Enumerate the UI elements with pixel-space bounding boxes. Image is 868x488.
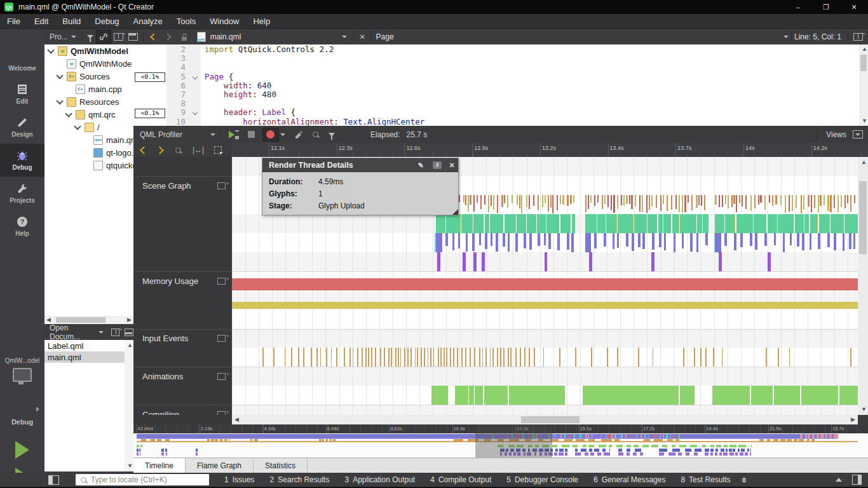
kit-expand-icon[interactable] — [36, 407, 39, 412]
scenegraph-swap-event[interactable] — [548, 233, 551, 249]
input-events-event[interactable] — [474, 348, 475, 367]
animations-event[interactable] — [469, 386, 474, 405]
tooltip-resize-handle[interactable] — [452, 209, 458, 215]
category-memory-usage[interactable]: Memory Usage — [142, 276, 198, 286]
scenegraph-render-preprocess-event[interactable] — [623, 195, 625, 206]
scenegraph-texture-event[interactable] — [768, 252, 771, 271]
locator-input[interactable]: Type to locate (Ctrl+K) — [76, 474, 209, 485]
scenegraph-swap-event[interactable] — [508, 233, 510, 252]
scenegraph-render-preprocess-event[interactable] — [691, 195, 693, 210]
scenegraph-render-preprocess-event[interactable] — [688, 195, 689, 203]
input-events-event[interactable] — [515, 348, 517, 367]
scenegraph-swap-event[interactable] — [642, 233, 645, 249]
expand-category-icon[interactable] — [217, 182, 226, 189]
scenegraph-render-event[interactable] — [648, 214, 657, 233]
editor-fold-gutter[interactable] — [191, 44, 201, 126]
scenegraph-render-event[interactable] — [560, 214, 571, 233]
input-events-event[interactable] — [368, 348, 369, 367]
kit-selector[interactable]: QmlW...odel — [0, 357, 44, 383]
input-events-event[interactable] — [285, 348, 286, 367]
input-events-event[interactable] — [653, 348, 654, 367]
scenegraph-render-preprocess-event[interactable] — [775, 195, 776, 205]
animations-event[interactable] — [431, 386, 448, 405]
scenegraph-render-preprocess-event[interactable] — [602, 195, 603, 209]
split-icon[interactable]: + — [111, 329, 120, 336]
scenegraph-render-preprocess-event[interactable] — [850, 195, 851, 212]
maximize-output-icon[interactable] — [836, 478, 842, 482]
split-editor-button[interactable]: + — [851, 30, 865, 44]
timeline-chart[interactable]: Render Thread Details ✎ ⚷ ✕ Duration:4.5… — [232, 157, 858, 415]
scroll-up-icon[interactable]: ▲ — [862, 45, 867, 53]
input-events-event[interactable] — [371, 348, 372, 367]
scenegraph-render-event[interactable] — [697, 214, 702, 233]
scenegraph-swap-event[interactable] — [632, 233, 634, 251]
input-events-event[interactable] — [400, 348, 402, 367]
scenegraph-swap-event[interactable] — [585, 233, 592, 252]
scroll-down-icon[interactable]: ▼ — [127, 462, 133, 470]
input-events-event[interactable] — [298, 348, 299, 367]
input-events-event[interactable] — [508, 348, 509, 367]
scenegraph-render-event[interactable] — [517, 214, 526, 233]
scenegraph-render-sep[interactable] — [616, 214, 617, 233]
scenegraph-render-preprocess-event[interactable] — [667, 195, 668, 211]
scenegraph-render-preprocess-event[interactable] — [512, 195, 513, 203]
input-events-event[interactable] — [778, 348, 779, 367]
toggle-right-sidebar-icon[interactable] — [852, 475, 862, 485]
input-events-event[interactable] — [326, 348, 327, 367]
input-events-event[interactable] — [349, 348, 351, 367]
scenegraph-render-preprocess-event[interactable] — [621, 195, 622, 205]
scenegraph-render-preprocess-event[interactable] — [824, 195, 825, 205]
scenegraph-swap-event[interactable] — [638, 233, 641, 247]
input-events-event[interactable] — [559, 348, 560, 367]
scenegraph-render-preprocess-event[interactable] — [739, 195, 740, 203]
scenegraph-render-preprocess-event[interactable] — [501, 195, 503, 207]
input-events-event[interactable] — [291, 348, 292, 367]
scenegraph-render-preprocess-event[interactable] — [517, 195, 518, 205]
scenegraph-render-preprocess-event[interactable] — [635, 195, 636, 207]
input-events-event[interactable] — [457, 348, 458, 367]
expand-category-icon[interactable] — [217, 278, 226, 285]
scenegraph-render-preprocess-event[interactable] — [837, 195, 839, 212]
scenegraph-render-preprocess-event[interactable] — [649, 195, 650, 210]
input-events-event[interactable] — [465, 348, 466, 367]
go-back-button[interactable] — [149, 30, 159, 44]
document-list-chevron-icon[interactable] — [342, 36, 347, 38]
scenegraph-swap-event[interactable] — [436, 233, 442, 252]
input-events-event[interactable] — [482, 348, 484, 367]
scenegraph-render-preprocess-event[interactable] — [760, 195, 761, 203]
tab-statistics[interactable]: Statistics — [254, 458, 308, 473]
memory-allocation-bar[interactable] — [232, 302, 858, 309]
scenegraph-swap-event[interactable] — [764, 233, 767, 246]
toggle-left-sidebar-icon[interactable] — [48, 475, 59, 485]
scenegraph-render-preprocess-event[interactable] — [725, 195, 726, 204]
profiler-search-button[interactable] — [310, 128, 321, 142]
input-events-event[interactable] — [766, 348, 767, 367]
scenegraph-render-preprocess-event[interactable] — [626, 195, 627, 204]
scenegraph-render-preprocess-event[interactable] — [675, 195, 677, 209]
tree-item-sources[interactable]: C+Sources — [44, 70, 133, 83]
scenegraph-swap-event[interactable] — [479, 233, 482, 245]
input-events-event[interactable] — [529, 348, 530, 367]
file-lock-button[interactable] — [178, 30, 191, 44]
input-events-event[interactable] — [311, 348, 312, 367]
scenegraph-swap-event[interactable] — [567, 233, 569, 250]
scenegraph-render-preprocess-event[interactable] — [594, 195, 595, 206]
scenegraph-render-sep[interactable] — [489, 214, 489, 233]
scenegraph-render-preprocess-event[interactable] — [772, 195, 773, 206]
profiler-stop-button[interactable] — [245, 128, 257, 142]
scenegraph-swap-event[interactable] — [544, 233, 546, 245]
scenegraph-swap-event[interactable] — [774, 233, 776, 245]
scenegraph-render-event[interactable] — [537, 214, 545, 233]
expanded-chevron-icon[interactable] — [74, 123, 81, 130]
input-events-event[interactable] — [357, 348, 358, 367]
input-events-event[interactable] — [433, 348, 435, 367]
scenegraph-render-preprocess-event[interactable] — [847, 195, 848, 203]
scenegraph-render-preprocess-event[interactable] — [548, 195, 549, 212]
scenegraph-render-preprocess-event[interactable] — [728, 195, 729, 208]
animations-event[interactable] — [680, 386, 695, 405]
scenegraph-render-event[interactable] — [527, 214, 536, 233]
scenegraph-render-sep[interactable] — [472, 214, 473, 233]
mode-edit[interactable]: Edit — [0, 78, 44, 111]
scenegraph-render-event[interactable] — [795, 214, 804, 233]
input-events-event[interactable] — [446, 348, 447, 367]
